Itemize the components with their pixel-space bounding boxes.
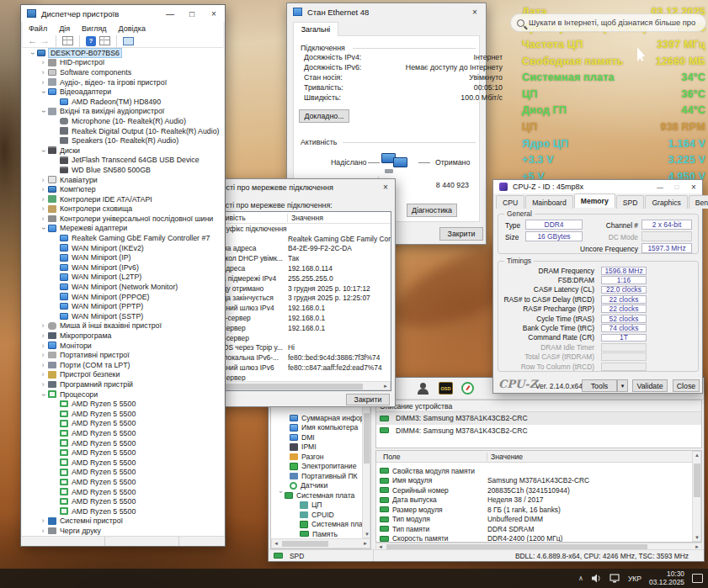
details-row[interactable]: Опис Realtek Gaming GbE Family Controlle… <box>200 234 391 244</box>
sidebar-item[interactable]: › DMI <box>271 432 362 442</box>
tree-item[interactable]: › Мікропрограма <box>22 331 224 341</box>
tree-item[interactable]: › Системні пристрої <box>22 516 224 527</box>
sidebar-item[interactable]: › Суммарная информация <box>271 413 362 423</box>
menu-item[interactable]: Файл <box>23 23 53 34</box>
validate-button[interactable]: Validate <box>632 379 668 392</box>
tab-general[interactable]: Загальні <box>293 22 338 36</box>
tree-item[interactable]: › DESKTOP-B077BS6 <box>22 48 224 58</box>
chevron-icon[interactable]: › <box>40 87 48 98</box>
tree-item[interactable]: › WD Blue SN580 500GB <box>22 165 224 175</box>
chevron-icon[interactable]: › <box>38 380 48 389</box>
tree-item[interactable]: › AMD Ryzen 5 5500 <box>22 496 224 506</box>
details-row[interactable]: WINS-сервер <box>200 333 391 343</box>
help-icon[interactable]: ? <box>86 36 96 46</box>
tree-item[interactable]: › AMD Ryzen 5 5500 <box>22 438 224 448</box>
chevron-icon[interactable]: › <box>38 527 48 535</box>
chevron-icon[interactable]: › <box>40 224 48 234</box>
chevron-down-icon[interactable]: › <box>277 491 285 500</box>
forward-icon[interactable]: → <box>40 36 50 45</box>
table-col-value[interactable]: Значение <box>487 453 523 461</box>
cpuz-tab[interactable]: Graphics <box>645 195 687 209</box>
chevron-icon[interactable]: › <box>38 342 48 350</box>
back-icon[interactable]: ← <box>28 36 37 45</box>
sidebar-item[interactable]: › IPMI <box>271 442 362 453</box>
tree-item[interactable]: › Черги друку <box>22 526 224 536</box>
tree-item[interactable]: › Speakers (10- Realtek(R) Audio) <box>22 135 224 146</box>
table-col-field[interactable]: Поле <box>376 453 487 461</box>
chevron-icon[interactable]: › <box>38 361 48 369</box>
tree-item[interactable]: › Realtek Digital Output (10- Realtek(R)… <box>22 126 224 136</box>
tree-item[interactable]: › Контролери універсальної послідовної ш… <box>22 214 224 224</box>
maximize-icon[interactable]: □ <box>181 5 203 22</box>
cpuz-tab[interactable]: Memory <box>574 193 615 208</box>
chevron-icon[interactable]: › <box>40 146 48 156</box>
chevron-icon[interactable]: › <box>38 185 48 193</box>
tree-item[interactable]: › Microphone (10- Realtek(R) Audio) <box>22 116 224 126</box>
sidebar-item[interactable]: › Системная плата <box>271 520 362 530</box>
tree-item[interactable]: › Комп'ютер <box>22 184 224 194</box>
scan-hardware-icon[interactable] <box>123 37 134 45</box>
sidebar-item[interactable]: › Память <box>271 529 362 539</box>
close-icon[interactable]: × <box>685 180 702 193</box>
close-icon[interactable]: × <box>376 179 395 195</box>
tree-item[interactable]: › HID-пристрої <box>22 58 224 68</box>
cpuz-tab[interactable]: Mainboard <box>525 195 573 209</box>
tree-item[interactable]: › Контролери IDE ATA/ATAPI <box>22 194 224 204</box>
details-row[interactable]: Маска підмережі IPv4 255.255.255.0 <box>200 273 391 283</box>
table-row[interactable]: Размер модуля 8 ГБ (1 rank, 16 banks) <box>376 505 701 515</box>
tree-item[interactable]: › Вхідні та вихідні аудіопристрої <box>22 107 224 117</box>
osd-icon[interactable]: OSD <box>439 382 453 395</box>
maximize-icon[interactable]: □ <box>668 180 685 193</box>
table-row[interactable]: Серийный номер 208835C1h (3241510944) <box>376 485 701 495</box>
tree-item[interactable]: › Аудіо-, відео- та ігрові пристрої <box>22 77 224 87</box>
tree-item[interactable]: › Портативні пристрої <box>22 350 224 360</box>
sidebar-item[interactable]: › CPUID <box>271 510 362 520</box>
clock[interactable]: 10:30 03.12.2025 <box>649 570 684 586</box>
tree-item[interactable]: › Монітори <box>22 341 224 351</box>
tree-item[interactable]: › AMD Ryzen 5 5500 <box>22 477 224 487</box>
tree-item[interactable]: › Програмний пристрій <box>22 379 224 389</box>
sidebar-item[interactable]: › Датчики <box>271 481 362 491</box>
chevron-icon[interactable]: › <box>38 215 48 223</box>
menu-item[interactable]: Дія <box>53 23 76 34</box>
tree-item[interactable]: › WAN Miniport (Network Monitor) <box>22 282 224 292</box>
network-icon[interactable] <box>610 574 620 583</box>
chevron-icon[interactable]: › <box>38 78 48 87</box>
minimize-icon[interactable]: — <box>159 5 181 22</box>
console-tree-icon[interactable] <box>62 36 73 45</box>
tree-item[interactable]: › WAN Miniport (PPTP) <box>22 301 224 311</box>
details-close-button[interactable]: Закрити <box>346 394 390 405</box>
details-row[interactable]: Основний шлюз IPv4 192.168.0.1 <box>200 303 391 313</box>
chevron-icon[interactable]: › <box>38 370 48 379</box>
sidebar-vscrollbar[interactable]: ▲ ▼ <box>362 400 370 538</box>
cpuz-close-button[interactable]: Close <box>673 379 700 392</box>
close-icon[interactable]: × <box>464 3 486 20</box>
sidebar-item[interactable]: › Электропитание <box>271 462 362 472</box>
tree-item[interactable]: › WAN Miniport (SSTP) <box>22 311 224 321</box>
properties-icon[interactable] <box>99 36 110 45</box>
tree-item[interactable]: › Відеоадаптери <box>22 87 224 97</box>
tree-item[interactable]: › AMD Ryzen 5 5500 <box>22 506 224 516</box>
details-hscrollbar[interactable]: ► <box>200 381 391 390</box>
chevron-icon[interactable]: › <box>38 176 48 184</box>
tray-chevron-icon[interactable]: ∧ <box>578 575 583 582</box>
device-list-header[interactable]: Описание устройства <box>376 400 701 412</box>
col-value[interactable]: Значення <box>288 214 323 222</box>
chevron-icon[interactable]: › <box>38 68 48 77</box>
tree-item[interactable]: › Контролери сховища <box>22 204 224 215</box>
chevron-icon[interactable]: › <box>38 516 48 525</box>
details-row[interactable]: Фізична адреса B4-2E-99-F2-2C-DA <box>200 244 391 254</box>
tree-item[interactable]: › WAN Miniport (PPPOE) <box>22 292 224 302</box>
table-row[interactable]: Тип модуля Unbuffered DIMM <box>376 515 701 525</box>
table-vscrollbar[interactable]: ▲ ▼ <box>692 451 701 542</box>
chevron-icon[interactable]: › <box>40 107 48 117</box>
action-center-icon[interactable] <box>692 574 703 583</box>
chevron-icon[interactable]: › <box>40 389 48 400</box>
tree-item[interactable]: › AMD Ryzen 5 5500 <box>22 409 224 419</box>
tree-item[interactable]: › WAN Miniport (IPv6) <box>22 262 224 273</box>
tree-item[interactable]: › AMD Ryzen 5 5500 <box>22 468 224 478</box>
tree-item[interactable]: › AMD Ryzen 5 5500 <box>22 419 224 429</box>
menu-item[interactable]: Вигляд <box>76 23 113 34</box>
details-row[interactable]: DHCP-сервер 192.168.0.1 <box>200 313 391 323</box>
tree-item[interactable]: › AMD Ryzen 5 5500 <box>22 428 224 438</box>
